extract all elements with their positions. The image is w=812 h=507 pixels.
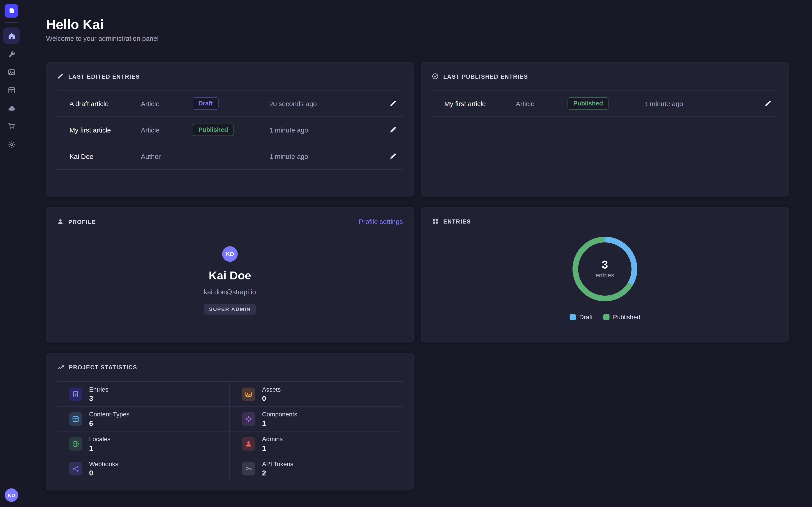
edit-entry-button[interactable]	[387, 98, 399, 109]
panel-title: LAST EDITED ENTRIES	[68, 73, 140, 79]
last-published-table: My first article Article Published 1 min…	[432, 90, 778, 117]
edit-entry-button[interactable]	[387, 124, 399, 136]
sidebar-divider	[5, 22, 18, 23]
stat-label: Admins	[262, 435, 283, 443]
check-circle-icon	[432, 73, 439, 80]
panel-title: LAST PUBLISHED ENTRIES	[443, 73, 528, 79]
entry-actions	[380, 98, 399, 109]
sidebar: KD	[0, 0, 23, 507]
pencil-icon	[390, 153, 397, 160]
entry-time: 20 seconds ago	[269, 100, 380, 107]
stat-label: Entries	[89, 386, 108, 393]
stat-webhooks: Webhooks0	[57, 456, 230, 481]
stat-value: 2	[262, 468, 294, 477]
entry-status: Published	[567, 97, 644, 110]
table-row: My first article Article Published 1 min…	[432, 91, 778, 117]
panel-title: PROFILE	[68, 219, 96, 225]
pencil-icon	[390, 126, 397, 133]
sidebar-item-cloud[interactable]	[3, 100, 19, 116]
profile-email: kai.doe@strapi.io	[204, 288, 256, 296]
draft-swatch	[569, 314, 576, 321]
entry-kind: Article	[141, 100, 193, 107]
page-scaler: KD Hello Kai Welcome to your administrat…	[0, 0, 812, 507]
layout-icon	[7, 86, 15, 94]
entry-actions	[380, 124, 399, 136]
stat-entries: Entries3	[57, 382, 230, 406]
status-badge: Draft	[193, 97, 218, 110]
puzzle-icon	[242, 412, 255, 426]
legend-item-draft: Draft	[569, 314, 593, 321]
stat-label: Content-Types	[89, 410, 130, 418]
edit-entry-button[interactable]	[762, 98, 774, 109]
profile-name: Kai Doe	[209, 269, 251, 283]
page-title: Hello Kai	[46, 17, 789, 31]
gear-icon	[7, 140, 15, 148]
layout-icon	[69, 412, 82, 426]
strapi-logo[interactable]	[5, 4, 18, 17]
user-avatar[interactable]: KD	[5, 488, 18, 502]
entry-time: 1 minute ago	[269, 152, 380, 160]
page-subtitle: Welcome to your administration panel	[46, 35, 789, 42]
entry-kind: Article	[516, 100, 568, 107]
entry-status: -	[193, 152, 269, 161]
legend-label: Published	[613, 314, 640, 321]
entries-count-label: entries	[596, 272, 614, 279]
panel-header: PROJECT STATISTICS	[57, 364, 403, 371]
entries-count: 3	[602, 259, 608, 271]
role-badge: SUPER ADMIN	[204, 304, 256, 315]
panel-header: LAST EDITED ENTRIES	[57, 73, 403, 80]
sidebar-item-marketplace[interactable]	[3, 118, 19, 134]
panel-title: ENTRIES	[443, 218, 471, 224]
pencil-icon	[57, 73, 64, 80]
stat-value: 0	[89, 468, 118, 477]
home-icon	[7, 32, 15, 40]
stat-value: 1	[89, 444, 110, 452]
stat-label: Locales	[89, 435, 110, 443]
sidebar-item-settings[interactable]	[3, 136, 19, 153]
stat-value: 1	[262, 419, 297, 427]
entry-status: Draft	[193, 97, 269, 110]
pencil-icon	[764, 100, 772, 107]
stat-assets: Assets0	[230, 382, 403, 406]
images-icon	[7, 68, 15, 76]
grid-icon	[432, 218, 439, 225]
stat-label: Assets	[262, 386, 281, 393]
legend-item-published: Published	[603, 314, 640, 321]
sidebar-item-content-manager[interactable]	[3, 82, 19, 98]
sidebar-item-home[interactable]	[3, 27, 19, 44]
stat-components: Components1	[230, 407, 403, 432]
edit-entry-button[interactable]	[387, 151, 399, 162]
table-row: My first article Article Published 1 min…	[57, 117, 403, 143]
legend-label: Draft	[579, 314, 593, 321]
stat-label: API Tokens	[262, 460, 294, 467]
cart-icon	[7, 122, 15, 130]
profile-header-left: PROFILE	[57, 218, 96, 225]
status-none: -	[193, 153, 195, 160]
entry-kind: Author	[141, 152, 193, 160]
sidebar-item-content-type-builder[interactable]	[3, 46, 19, 62]
table-row: Kai Doe Author - 1 minute ago	[57, 143, 403, 170]
image-icon	[242, 387, 255, 401]
stat-value: 0	[262, 394, 281, 402]
donut-center: 3 entries	[572, 236, 638, 302]
main-content: Hello Kai Welcome to your administration…	[23, 0, 812, 507]
panel-title: PROJECT STATISTICS	[69, 364, 137, 371]
person-icon	[57, 218, 64, 225]
profile-settings-link[interactable]: Profile settings	[359, 218, 403, 226]
stat-content-types: Content-Types6	[57, 407, 230, 432]
share-icon	[69, 462, 82, 475]
wrench-icon	[7, 50, 15, 58]
entries-chart: 3 entries Draft Published	[432, 224, 778, 321]
status-badge: Published	[567, 97, 609, 110]
panel-header: PROFILE Profile settings	[57, 218, 403, 226]
entry-name: A draft article	[69, 100, 141, 107]
sidebar-item-media-library[interactable]	[3, 64, 19, 80]
status-badge: Published	[193, 124, 234, 136]
document-icon	[69, 387, 82, 401]
last-edited-table: A draft article Article Draft 20 seconds…	[57, 90, 403, 170]
stat-label: Webhooks	[89, 460, 118, 467]
entry-time: 1 minute ago	[644, 100, 755, 107]
published-swatch	[603, 314, 609, 321]
stats-grid: Entries3 Assets0 Content-Types6	[57, 381, 403, 481]
entry-time: 1 minute ago	[269, 126, 380, 133]
